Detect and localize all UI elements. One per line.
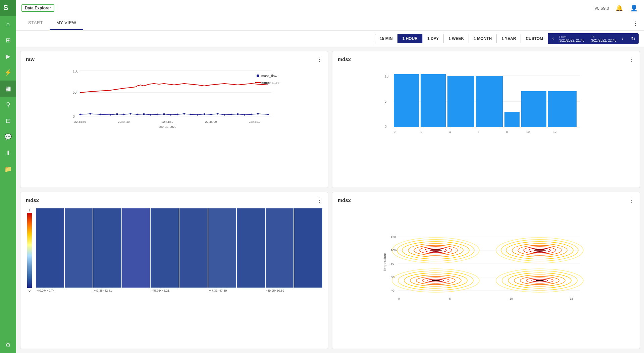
svg-text:10: 10 — [526, 130, 530, 134]
app-logo[interactable]: S — [0, 0, 16, 16]
sidebar-item-table[interactable]: ⊟ — [0, 113, 16, 129]
panel-mds2-heatmap-title: mds2 — [26, 197, 39, 203]
time-range-display-to: To 3/21/2022, 22:45 — [589, 35, 619, 42]
svg-point-22 — [190, 114, 192, 115]
panel-mds2-heatmap-header: mds2 ⋮ — [20, 192, 328, 206]
svg-point-13 — [130, 113, 131, 115]
panel-mds2-contour-title: mds2 — [338, 197, 351, 203]
sidebar-item-play[interactable]: ▶ — [0, 48, 16, 64]
svg-text:120-: 120- — [391, 235, 397, 239]
svg-point-32 — [257, 113, 259, 115]
panel-raw-header: raw ⋮ — [20, 51, 328, 65]
sidebar-item-grid[interactable]: ⊞ — [0, 32, 16, 48]
time-next-button[interactable]: › — [621, 36, 625, 42]
panel-raw-body: 100 50 0 — [20, 65, 328, 188]
panel-mds2-bar-body: 10 5 0 — [332, 65, 640, 188]
heatmap-x-label-3: >45.25<46.21 — [151, 289, 207, 292]
svg-text:5: 5 — [385, 100, 387, 103]
time-btn-1week[interactable]: 1 WEEK — [443, 34, 469, 43]
panel-raw-menu[interactable]: ⋮ — [316, 55, 322, 63]
svg-text:22:44:50: 22:44:50 — [161, 120, 173, 123]
time-btn-1year[interactable]: 1 YEAR — [496, 34, 521, 43]
svg-point-27 — [224, 114, 225, 116]
time-btn-custom[interactable]: CUSTOM — [521, 34, 548, 43]
svg-text:0: 0 — [394, 130, 395, 134]
contour-chart-svg: temperature 40- 60- 80- 100- 120- 0 5 10… — [338, 208, 634, 302]
svg-text:12: 12 — [553, 130, 556, 134]
svg-text:50: 50 — [73, 91, 77, 94]
sidebar-item-home[interactable]: ⌂ — [0, 16, 16, 32]
notifications-icon[interactable]: 🔔 — [614, 3, 624, 13]
time-btn-1hour[interactable]: 1 HOUR — [397, 34, 422, 43]
sidebar-item-settings[interactable]: ⚙ — [0, 337, 16, 353]
svg-text:22:45:10: 22:45:10 — [249, 120, 260, 123]
refresh-button[interactable]: ↻ — [628, 33, 639, 44]
tab-start[interactable]: START — [21, 16, 50, 30]
topbar-right: v0.69.0 🔔 👤 — [595, 3, 639, 13]
svg-point-26 — [217, 113, 219, 115]
panel-mds2-bar-menu[interactable]: ⋮ — [628, 55, 634, 63]
svg-point-23 — [197, 114, 199, 116]
time-range-display: From 3/21/2022, 21:45 — [557, 35, 587, 42]
heatmap-x-label-1: >40.07<40.74 — [36, 289, 93, 292]
svg-point-97 — [432, 280, 440, 281]
panel-mds2-contour-menu[interactable]: ⋮ — [628, 196, 634, 204]
to-label: To — [591, 35, 616, 39]
svg-point-18 — [163, 113, 165, 115]
svg-point-16 — [150, 114, 152, 116]
svg-text:80-: 80- — [391, 262, 395, 265]
svg-text:2: 2 — [421, 130, 422, 134]
svg-rect-52 — [447, 76, 474, 127]
sidebar-item-connect[interactable]: ⚡ — [0, 64, 16, 81]
panel-mds2-contour: mds2 ⋮ temperature 40- 60- 80- 100- 120-… — [332, 192, 640, 349]
time-nav: ‹ From 3/21/2022, 21:45 To 3/21/2022, 22… — [548, 33, 628, 44]
svg-text:4: 4 — [449, 130, 451, 134]
time-prev-button[interactable]: ‹ — [551, 36, 555, 42]
svg-text:8: 8 — [506, 130, 508, 134]
tabs-bar: START MY VIEW ⋮ — [16, 16, 644, 31]
tab-myview[interactable]: MY VIEW — [50, 16, 83, 30]
sidebar-item-files[interactable]: 📁 — [0, 161, 16, 177]
svg-text:22:44:40: 22:44:40 — [118, 120, 129, 123]
tabs-more-button[interactable]: ⋮ — [633, 19, 639, 27]
app-badge[interactable]: Data Explorer — [21, 4, 54, 12]
svg-text:15: 15 — [570, 297, 573, 300]
panel-raw-title: raw — [26, 56, 35, 62]
svg-rect-53 — [476, 76, 503, 127]
svg-rect-54 — [504, 112, 520, 127]
svg-point-9 — [100, 114, 101, 115]
time-btn-1day[interactable]: 1 DAY — [422, 34, 443, 43]
panel-mds2-heatmap-menu[interactable]: ⋮ — [316, 196, 322, 204]
svg-text:100-: 100- — [391, 249, 397, 252]
svg-text:10: 10 — [385, 74, 389, 78]
panel-mds2-heatmap: mds2 ⋮ 1 0 — [20, 192, 328, 349]
panel-mds2-contour-header: mds2 ⋮ — [332, 192, 640, 206]
account-icon[interactable]: 👤 — [629, 3, 639, 13]
svg-text:Mar 21, 2022: Mar 21, 2022 — [158, 125, 176, 129]
svg-rect-56 — [548, 91, 577, 127]
sidebar-item-search[interactable]: ⚲ — [0, 97, 16, 113]
sidebar-item-analytics[interactable]: ▦ — [0, 81, 16, 97]
svg-text:5: 5 — [449, 297, 451, 300]
svg-text:22:45:00: 22:45:00 — [205, 120, 217, 123]
sidebar-item-download[interactable]: ⬇ — [0, 145, 16, 161]
heatmap-scale-top: 1 — [29, 208, 31, 212]
svg-text:temperature: temperature — [261, 81, 279, 85]
svg-point-7 — [79, 114, 81, 115]
time-btn-15min[interactable]: 15 MIN — [375, 34, 397, 43]
time-btn-1month[interactable]: 1 MONTH — [469, 34, 496, 43]
heatmap-scale-bottom: 0 — [29, 289, 31, 292]
sidebar-item-notifications[interactable]: 💬 — [0, 129, 16, 145]
to-value: 3/21/2022, 22:45 — [591, 39, 616, 42]
version-text: v0.69.0 — [595, 6, 609, 11]
svg-point-29 — [237, 113, 239, 115]
svg-point-19 — [170, 114, 172, 116]
svg-point-21 — [183, 113, 185, 115]
svg-text:temperature: temperature — [383, 253, 387, 271]
panel-mds2-bar-header: mds2 ⋮ — [332, 51, 640, 65]
heatmap-x-label-4: >47.31<47.89 — [208, 289, 265, 292]
time-range-bar: 15 MIN 1 HOUR 1 DAY 1 WEEK 1 MONTH 1 YEA… — [16, 31, 644, 47]
svg-text:22:44:30: 22:44:30 — [74, 120, 86, 123]
bar-chart-svg: 10 5 0 — [338, 67, 634, 141]
svg-point-12 — [123, 114, 125, 115]
